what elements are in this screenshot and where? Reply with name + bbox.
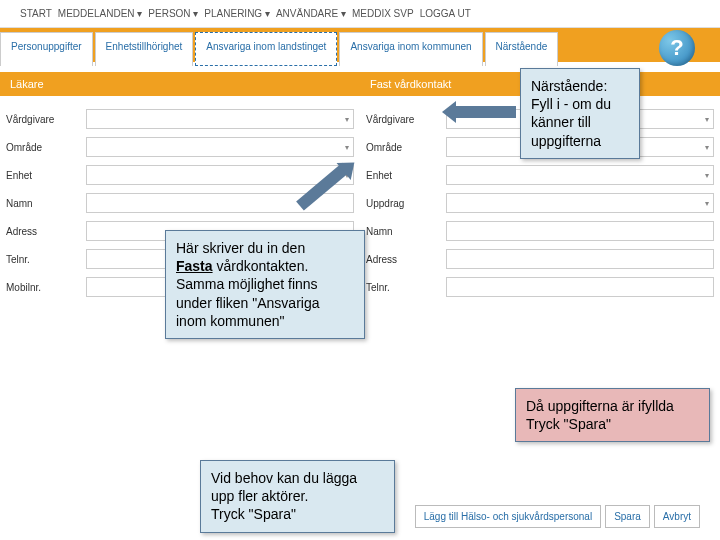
label-vardgivare-r: Vårdgivare <box>366 114 446 125</box>
callout-narstaende: Närstående: Fyll i - om du känner till u… <box>520 68 640 159</box>
select-enhet[interactable] <box>86 165 354 185</box>
label-telnr-r: Telnr. <box>366 282 446 293</box>
input-adress-r[interactable] <box>446 249 714 269</box>
label-enhet: Enhet <box>6 170 86 181</box>
add-personnel-button[interactable]: Lägg till Hälso- och sjukvårdspersonal <box>415 505 601 528</box>
label-adress-r: Adress <box>366 254 446 265</box>
label-adress: Adress <box>6 226 86 237</box>
nav-person[interactable]: PERSON ▾ <box>148 8 198 19</box>
label-namn: Namn <box>6 198 86 209</box>
nav-messages[interactable]: MEDDELANDEN ▾ <box>58 8 142 19</box>
tab-narstaende[interactable]: Närstående <box>485 32 559 66</box>
label-uppdrag-r: Uppdrag <box>366 198 446 209</box>
save-button[interactable]: Spara <box>605 505 650 528</box>
select-omrade[interactable] <box>86 137 354 157</box>
input-namn-r[interactable] <box>446 221 714 241</box>
nav-users[interactable]: ANVÄNDARE ▾ <box>276 8 346 19</box>
tab-ansvariga-landstinget[interactable]: Ansvariga inom landstinget <box>195 32 337 66</box>
top-navigation: START MEDDELANDEN ▾ PERSON ▾ PLANERING ▾… <box>0 0 720 28</box>
nav-planning[interactable]: PLANERING ▾ <box>204 8 270 19</box>
nav-start[interactable]: START <box>20 8 52 19</box>
label-omrade-r: Område <box>366 142 446 153</box>
select-vardgivare[interactable] <box>86 109 354 129</box>
select-enhet-r[interactable] <box>446 165 714 185</box>
nav-logout[interactable]: LOGGA UT <box>420 8 471 19</box>
label-namn-r: Namn <box>366 226 446 237</box>
section-header-doctor: Läkare <box>0 72 360 96</box>
label-enhet-r: Enhet <box>366 170 446 181</box>
tab-enhet[interactable]: Enhetstillhörighet <box>95 32 194 66</box>
label-mobilnr: Mobilnr. <box>6 282 86 293</box>
callout-spara: Då uppgifterna är ifyllda Tryck "Spara" <box>515 388 710 442</box>
callout-fasta-vardkontakt: Här skriver du in den Fasta vårdkontakte… <box>165 230 365 339</box>
tab-personuppgifter[interactable]: Personuppgifter <box>0 32 93 66</box>
select-uppdrag-r[interactable] <box>446 193 714 213</box>
callout-fler-aktorer: Vid behov kan du lägga upp fler aktörer.… <box>200 460 395 533</box>
label-vardgivare: Vårdgivare <box>6 114 86 125</box>
help-icon[interactable]: ? <box>659 30 695 66</box>
tab-ansvariga-kommunen[interactable]: Ansvariga inom kommunen <box>339 32 482 66</box>
tab-bar: Personuppgifter Enhetstillhörighet Ansva… <box>0 28 720 62</box>
button-row: Lägg till Hälso- och sjukvårdspersonal S… <box>415 505 700 528</box>
input-telnr-r[interactable] <box>446 277 714 297</box>
nav-meddix[interactable]: MEDDIX SVP <box>352 8 414 19</box>
cancel-button[interactable]: Avbryt <box>654 505 700 528</box>
label-omrade: Område <box>6 142 86 153</box>
label-telnr: Telnr. <box>6 254 86 265</box>
